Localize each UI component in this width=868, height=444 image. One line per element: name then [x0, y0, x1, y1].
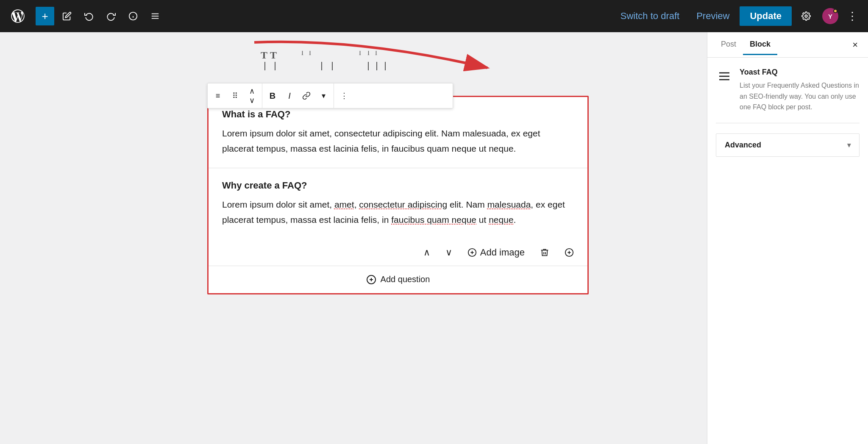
svg-text:l: l [309, 51, 311, 57]
faq-answer-1[interactable]: Lorem ipsum dolor sit amet, consectetur … [222, 126, 574, 156]
toolbar-group-options: ⋮ [334, 83, 354, 108]
spellcheck-consectetur: consectetur adipiscing [359, 200, 447, 209]
spellcheck-malesuada: malesuada [487, 200, 531, 209]
add-question-label: Add question [381, 275, 430, 284]
block-options-button[interactable]: ⋮ [336, 86, 353, 105]
sidebar-tabs: Post Block × [707, 32, 868, 58]
ruler: T T l l l l l [207, 49, 589, 70]
sidebar: Post Block × Yoast FAQ List your Frequen… [707, 32, 868, 444]
order-button[interactable]: ∧∨ [243, 86, 260, 105]
faq-block: What is a FAQ? Lorem ipsum dolor sit ame… [207, 96, 589, 294]
info-icon [128, 11, 138, 21]
bold-button[interactable]: B [264, 86, 281, 105]
faq-question-2[interactable]: Why create a FAQ? [222, 180, 574, 191]
svg-text:T: T [270, 51, 277, 61]
yoast-button[interactable]: Y [821, 6, 840, 26]
update-button[interactable]: Update [740, 6, 792, 26]
list-view-button[interactable] [146, 7, 164, 25]
link-icon [302, 92, 311, 100]
ellipsis-icon: ⋮ [847, 10, 858, 22]
sidebar-content: Yoast FAQ List your Frequently Asked Que… [707, 58, 868, 444]
list-view-icon [150, 11, 160, 21]
ruler-svg: T T l l l l l [207, 51, 589, 70]
faq-question-1[interactable]: What is a FAQ? [222, 109, 574, 120]
link-button[interactable] [298, 86, 315, 105]
circle-plus-icon [565, 248, 574, 257]
add-image-label: Add image [480, 247, 525, 258]
toolbar-group-list: ≡ ⠿ ∧∨ [208, 83, 262, 108]
spellcheck-amet: amet [334, 200, 354, 209]
move-up-button[interactable]: ∧ [420, 244, 434, 261]
svg-text:T: T [261, 51, 267, 61]
spellcheck-neque: neque [489, 215, 513, 225]
svg-text:l: l [359, 51, 361, 57]
block-tab[interactable]: Block [743, 35, 777, 55]
faq-block-wrapper: What is a FAQ? Lorem ipsum dolor sit ame… [207, 96, 589, 294]
faq-answer-2[interactable]: Lorem ipsum dolor sit amet, amet, consec… [222, 197, 574, 227]
main-area: T T l l l l l ≡ ⠿ ∧∨ B I [0, 32, 868, 444]
block-title: Yoast FAQ [740, 68, 860, 77]
svg-point-6 [805, 15, 807, 17]
faq-list-icon [718, 69, 731, 83]
yoast-faq-block-icon [716, 68, 733, 85]
advanced-section: Advanced ▾ [716, 133, 860, 157]
svg-text:l: l [367, 51, 370, 57]
block-info-text: Yoast FAQ List your Frequently Asked Que… [740, 68, 860, 113]
add-image-icon [467, 248, 477, 257]
sidebar-close-button[interactable]: × [849, 36, 861, 54]
list-style-button[interactable]: ≡ [209, 86, 226, 105]
undo-button[interactable] [80, 7, 98, 25]
switch-to-draft-button[interactable]: Switch to draft [614, 7, 686, 25]
toolbar-group-format: B I ▾ [262, 83, 334, 108]
trash-icon [540, 248, 549, 257]
more-options-button[interactable]: ⋮ [843, 6, 861, 26]
block-info: Yoast FAQ List your Frequently Asked Que… [716, 68, 860, 123]
add-image-button[interactable]: Add image [464, 244, 528, 261]
spellcheck-faucibus: faucibus quam neque [391, 215, 476, 225]
block-toolbar: ≡ ⠿ ∧∨ B I ▾ [207, 83, 453, 108]
drag-button[interactable]: ⠿ [226, 86, 243, 105]
chevron-down-icon: ▾ [847, 141, 851, 149]
delete-faq-item-button[interactable] [537, 245, 553, 260]
info-button[interactable] [124, 7, 142, 25]
faq-item-2: Why create a FAQ? Lorem ipsum dolor sit … [209, 168, 587, 239]
svg-text:l: l [301, 51, 303, 57]
italic-button[interactable]: I [281, 86, 298, 105]
more-format-button[interactable]: ▾ [315, 86, 332, 105]
block-description: List your Frequently Asked Questions in … [740, 80, 860, 113]
main-toolbar: + Switch to draft P [0, 0, 868, 32]
advanced-header[interactable]: Advanced ▾ [716, 134, 859, 156]
edit-button[interactable] [58, 7, 76, 25]
yoast-icon: Y [822, 8, 838, 24]
move-down-button[interactable]: ∨ [442, 244, 456, 261]
undo-icon [84, 11, 94, 21]
add-icon: + [42, 10, 48, 23]
redo-icon [106, 11, 116, 21]
wp-logo-icon [10, 8, 25, 24]
add-faq-item-button[interactable] [561, 245, 577, 260]
preview-button[interactable]: Preview [690, 7, 736, 25]
faq-item-2-actions: ∧ ∨ Add image [209, 239, 587, 266]
pencil-icon [62, 11, 72, 21]
add-block-button[interactable]: + [36, 7, 54, 25]
yoast-notification-dot [833, 9, 837, 13]
advanced-label: Advanced [725, 141, 761, 150]
add-question-icon [366, 275, 376, 285]
post-tab[interactable]: Post [714, 35, 743, 55]
settings-button[interactable] [795, 6, 817, 26]
add-question-row[interactable]: Add question [209, 266, 587, 293]
wordpress-logo [7, 5, 29, 27]
editor-area: T T l l l l l ≡ ⠿ ∧∨ B I [0, 32, 707, 444]
redo-button[interactable] [102, 7, 120, 25]
gear-icon [801, 11, 811, 21]
svg-text:l: l [375, 51, 377, 57]
